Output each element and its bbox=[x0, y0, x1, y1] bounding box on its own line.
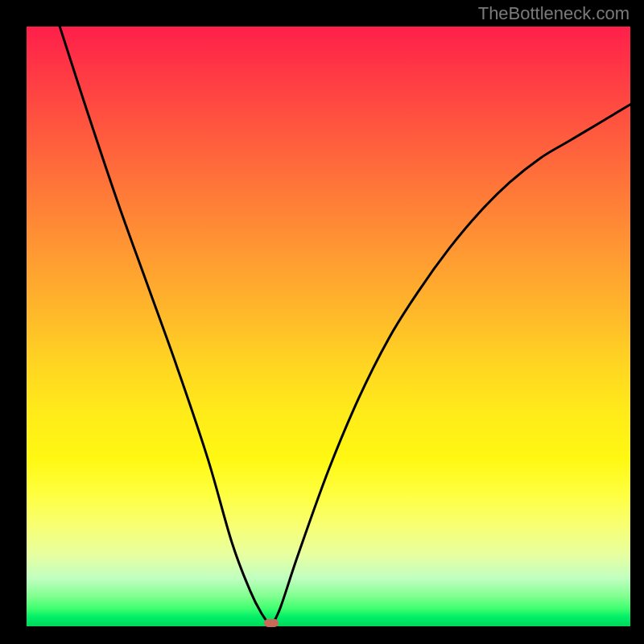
minimum-marker bbox=[264, 619, 279, 627]
curve-right bbox=[271, 105, 630, 626]
plot-area bbox=[27, 27, 630, 626]
curve-left bbox=[60, 27, 271, 626]
watermark-text: TheBottleneck.com bbox=[478, 3, 630, 24]
curve-svg bbox=[27, 27, 630, 626]
chart-container: TheBottleneck.com bbox=[0, 0, 644, 644]
